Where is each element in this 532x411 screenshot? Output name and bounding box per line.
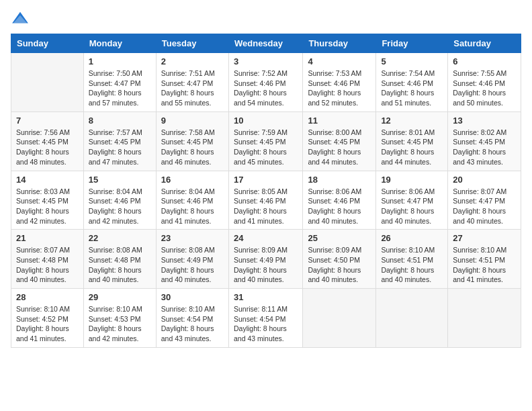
day-number: 3	[234, 56, 298, 66]
cell-content: Sunrise: 8:06 AM Sunset: 4:47 PM Dayligh…	[381, 187, 443, 226]
day-number: 7	[16, 116, 79, 126]
calendar-cell: 25Sunrise: 8:09 AM Sunset: 4:50 PM Dayli…	[303, 230, 376, 289]
day-number: 9	[161, 116, 224, 126]
page-header	[11, 11, 521, 26]
calendar-cell: 26Sunrise: 8:10 AM Sunset: 4:51 PM Dayli…	[376, 230, 448, 289]
day-number: 4	[308, 56, 371, 66]
cell-content: Sunrise: 8:10 AM Sunset: 4:51 PM Dayligh…	[453, 245, 516, 285]
calendar-cell: 28Sunrise: 8:10 AM Sunset: 4:52 PM Dayli…	[11, 289, 84, 348]
cell-content: Sunrise: 8:08 AM Sunset: 4:49 PM Dayligh…	[161, 245, 224, 285]
day-number: 30	[161, 292, 224, 302]
cell-content: Sunrise: 8:10 AM Sunset: 4:54 PM Dayligh…	[161, 304, 224, 344]
day-number: 28	[16, 292, 79, 302]
cell-content: Sunrise: 8:00 AM Sunset: 4:45 PM Dayligh…	[308, 128, 371, 167]
cell-content: Sunrise: 8:09 AM Sunset: 4:49 PM Dayligh…	[234, 245, 298, 285]
calendar-cell: 11Sunrise: 8:00 AM Sunset: 4:45 PM Dayli…	[303, 111, 376, 171]
empty-cell	[376, 289, 448, 348]
day-number: 17	[234, 175, 298, 185]
day-number: 14	[16, 175, 79, 185]
day-number: 8	[89, 116, 151, 126]
cell-content: Sunrise: 8:11 AM Sunset: 4:54 PM Dayligh…	[234, 304, 298, 344]
day-number: 13	[453, 116, 516, 126]
weekday-header: Sunday	[11, 34, 84, 53]
calendar-cell: 23Sunrise: 8:08 AM Sunset: 4:49 PM Dayli…	[156, 230, 228, 289]
calendar-cell: 29Sunrise: 8:10 AM Sunset: 4:53 PM Dayli…	[83, 289, 156, 348]
day-number: 29	[89, 292, 151, 302]
cell-content: Sunrise: 7:57 AM Sunset: 4:45 PM Dayligh…	[89, 128, 151, 167]
day-number: 6	[453, 56, 516, 66]
weekday-header: Wednesday	[228, 34, 302, 53]
day-number: 10	[234, 116, 298, 126]
cell-content: Sunrise: 8:03 AM Sunset: 4:45 PM Dayligh…	[16, 187, 79, 226]
day-number: 1	[89, 56, 151, 66]
cell-content: Sunrise: 8:02 AM Sunset: 4:45 PM Dayligh…	[453, 128, 516, 167]
calendar-cell: 24Sunrise: 8:09 AM Sunset: 4:49 PM Dayli…	[228, 230, 302, 289]
calendar-cell: 2Sunrise: 7:51 AM Sunset: 4:47 PM Daylig…	[156, 53, 228, 112]
day-number: 22	[89, 233, 151, 243]
cell-content: Sunrise: 7:55 AM Sunset: 4:46 PM Dayligh…	[453, 68, 516, 108]
cell-content: Sunrise: 7:50 AM Sunset: 4:47 PM Dayligh…	[89, 68, 151, 108]
calendar-cell: 31Sunrise: 8:11 AM Sunset: 4:54 PM Dayli…	[228, 289, 302, 348]
day-number: 23	[161, 233, 224, 243]
calendar-cell: 10Sunrise: 7:59 AM Sunset: 4:45 PM Dayli…	[228, 111, 302, 171]
day-number: 27	[453, 233, 516, 243]
weekday-header: Monday	[83, 34, 156, 53]
calendar-cell: 30Sunrise: 8:10 AM Sunset: 4:54 PM Dayli…	[156, 289, 228, 348]
logo-icon	[11, 11, 30, 26]
weekday-header: Saturday	[448, 34, 521, 53]
cell-content: Sunrise: 8:04 AM Sunset: 4:46 PM Dayligh…	[161, 187, 224, 226]
cell-content: Sunrise: 8:10 AM Sunset: 4:52 PM Dayligh…	[16, 304, 79, 344]
weekday-header: Thursday	[303, 34, 376, 53]
day-number: 26	[381, 233, 443, 243]
day-number: 16	[161, 175, 224, 185]
logo	[11, 11, 32, 26]
cell-content: Sunrise: 8:09 AM Sunset: 4:50 PM Dayligh…	[308, 245, 371, 285]
calendar-cell: 22Sunrise: 8:08 AM Sunset: 4:48 PM Dayli…	[83, 230, 156, 289]
day-number: 20	[453, 175, 516, 185]
day-number: 12	[381, 116, 443, 126]
calendar-cell: 13Sunrise: 8:02 AM Sunset: 4:45 PM Dayli…	[448, 111, 521, 171]
calendar-cell: 7Sunrise: 7:56 AM Sunset: 4:45 PM Daylig…	[11, 111, 84, 171]
day-number: 2	[161, 56, 224, 66]
day-number: 15	[89, 175, 151, 185]
empty-cell	[11, 53, 84, 112]
cell-content: Sunrise: 7:58 AM Sunset: 4:45 PM Dayligh…	[161, 128, 224, 167]
empty-cell	[448, 289, 521, 348]
calendar-cell: 21Sunrise: 8:07 AM Sunset: 4:48 PM Dayli…	[11, 230, 84, 289]
day-number: 18	[308, 175, 371, 185]
empty-cell	[303, 289, 376, 348]
calendar-cell: 6Sunrise: 7:55 AM Sunset: 4:46 PM Daylig…	[448, 53, 521, 112]
cell-content: Sunrise: 7:56 AM Sunset: 4:45 PM Dayligh…	[16, 128, 79, 167]
calendar-cell: 5Sunrise: 7:54 AM Sunset: 4:46 PM Daylig…	[376, 53, 448, 112]
calendar-table: SundayMondayTuesdayWednesdayThursdayFrid…	[11, 34, 521, 348]
day-number: 19	[381, 175, 443, 185]
cell-content: Sunrise: 8:10 AM Sunset: 4:51 PM Dayligh…	[381, 245, 443, 285]
calendar-cell: 8Sunrise: 7:57 AM Sunset: 4:45 PM Daylig…	[83, 111, 156, 171]
cell-content: Sunrise: 8:05 AM Sunset: 4:46 PM Dayligh…	[234, 187, 298, 226]
calendar-cell: 20Sunrise: 8:07 AM Sunset: 4:47 PM Dayli…	[448, 171, 521, 230]
calendar-cell: 3Sunrise: 7:52 AM Sunset: 4:46 PM Daylig…	[228, 53, 302, 112]
cell-content: Sunrise: 7:51 AM Sunset: 4:47 PM Dayligh…	[161, 68, 224, 108]
cell-content: Sunrise: 8:01 AM Sunset: 4:45 PM Dayligh…	[381, 128, 443, 167]
day-number: 5	[381, 56, 443, 66]
cell-content: Sunrise: 8:06 AM Sunset: 4:46 PM Dayligh…	[308, 187, 371, 226]
cell-content: Sunrise: 7:53 AM Sunset: 4:46 PM Dayligh…	[308, 68, 371, 108]
day-number: 25	[308, 233, 371, 243]
cell-content: Sunrise: 7:52 AM Sunset: 4:46 PM Dayligh…	[234, 68, 298, 108]
cell-content: Sunrise: 8:07 AM Sunset: 4:47 PM Dayligh…	[453, 187, 516, 226]
cell-content: Sunrise: 8:04 AM Sunset: 4:46 PM Dayligh…	[89, 187, 151, 226]
day-number: 21	[16, 233, 79, 243]
cell-content: Sunrise: 7:54 AM Sunset: 4:46 PM Dayligh…	[381, 68, 443, 108]
weekday-header: Tuesday	[156, 34, 228, 53]
calendar-cell: 9Sunrise: 7:58 AM Sunset: 4:45 PM Daylig…	[156, 111, 228, 171]
calendar-cell: 19Sunrise: 8:06 AM Sunset: 4:47 PM Dayli…	[376, 171, 448, 230]
cell-content: Sunrise: 7:59 AM Sunset: 4:45 PM Dayligh…	[234, 128, 298, 167]
day-number: 24	[234, 233, 298, 243]
calendar-cell: 27Sunrise: 8:10 AM Sunset: 4:51 PM Dayli…	[448, 230, 521, 289]
calendar-cell: 14Sunrise: 8:03 AM Sunset: 4:45 PM Dayli…	[11, 171, 84, 230]
calendar-cell: 15Sunrise: 8:04 AM Sunset: 4:46 PM Dayli…	[83, 171, 156, 230]
calendar-cell: 17Sunrise: 8:05 AM Sunset: 4:46 PM Dayli…	[228, 171, 302, 230]
weekday-header: Friday	[376, 34, 448, 53]
cell-content: Sunrise: 8:10 AM Sunset: 4:53 PM Dayligh…	[89, 304, 151, 344]
day-number: 11	[308, 116, 371, 126]
